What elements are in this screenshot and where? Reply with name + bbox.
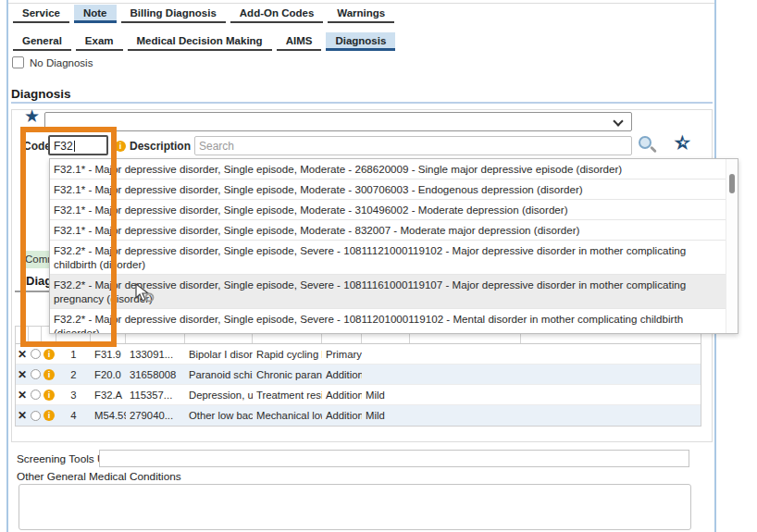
delete-row-icon[interactable]: ✕	[16, 409, 29, 422]
favorites-dropdown[interactable]	[44, 112, 632, 131]
diagnosis-type: Primary	[322, 349, 362, 360]
dropdown-scrollbar[interactable]	[726, 159, 738, 333]
code-input[interactable]: F32	[48, 135, 108, 155]
delete-row-icon[interactable]: ✕	[16, 368, 29, 381]
table-row: ✕ i 3 F32.A 115357... Depression, unspec…	[16, 385, 701, 405]
tab-medical-decision-making[interactable]: Medical Decision Making	[128, 32, 272, 51]
diagnosis-description: Paranoid schizophr...	[185, 369, 253, 380]
row-number: 2	[56, 369, 91, 380]
other-conditions-label: Other General Medical Conditions	[17, 470, 181, 483]
snomed-code: 31658008	[126, 369, 185, 380]
row-info-icon: i	[43, 369, 55, 380]
delete-row-icon[interactable]: ✕	[16, 389, 29, 402]
tab-warnings[interactable]: Warnings	[328, 5, 394, 23]
no-diagnosis-checkbox[interactable]	[12, 56, 24, 68]
icd-code: F20.0	[91, 369, 126, 380]
code-label: Code	[23, 140, 51, 153]
snomed-description: Treatment resistan...	[253, 390, 322, 401]
chevron-down-icon	[613, 116, 623, 126]
row-radio-button[interactable]	[31, 390, 41, 400]
tab-service[interactable]: Service	[13, 5, 69, 23]
ehr-note-diagnosis-screen: Service Note Billing Diagnosis Add-On Co…	[0, 0, 757, 532]
snomed-description: Rapid cycling bipol...	[253, 349, 322, 360]
page-top-border	[6, 3, 715, 4]
snomed-code: 133091...	[126, 349, 185, 360]
diagnosis-description: Bipolar I disorder, ...	[185, 349, 253, 360]
diagnosis-severity: Mild	[362, 410, 410, 421]
diagnosis-type: Additional	[322, 410, 362, 421]
favorites-star-icon[interactable]: ★	[24, 107, 40, 125]
suggestion-item[interactable]: F32.1* - Major depressive disorder, Sing…	[50, 199, 738, 219]
tab-add-on-codes[interactable]: Add-On Codes	[230, 5, 324, 23]
no-diagnosis-label: No Diagnosis	[30, 57, 93, 68]
section-divider	[11, 102, 713, 104]
suggestion-item[interactable]: F32.2* - Major depressive disorder, Sing…	[50, 308, 738, 334]
diagnosis-subsection-title: Diag	[26, 274, 52, 288]
scrollbar-thumb[interactable]	[729, 174, 735, 193]
table-row: ✕ i 1 F31.9 133091... Bipolar I disorder…	[16, 344, 701, 365]
row-number: 3	[56, 390, 91, 401]
code-info-icon: i	[115, 141, 126, 152]
tab-aims[interactable]: AIMS	[277, 32, 322, 51]
diagnosis-description: Other low back pain	[185, 410, 253, 421]
search-icon[interactable]	[639, 136, 659, 156]
tab-billing-diagnosis[interactable]: Billing Diagnosis	[121, 5, 226, 23]
diagnosis-type: Additional	[322, 390, 362, 401]
row-radio-button[interactable]	[31, 411, 41, 421]
tab-general[interactable]: General	[13, 32, 71, 51]
favorite-star-button[interactable]: ★ ★	[673, 132, 695, 155]
diagnosis-type: Additional	[322, 369, 362, 380]
icd-code: F31.9	[91, 349, 126, 360]
table-row: ✕ i 2 F20.0 31658008 Paranoid schizophr.…	[16, 365, 701, 385]
description-label: Description	[130, 140, 191, 153]
row-radio-button[interactable]	[31, 349, 41, 359]
tab-note[interactable]: Note	[74, 5, 117, 23]
suggestion-item[interactable]: F32.1* - Major depressive disorder, Sing…	[50, 219, 738, 240]
screening-tools-input[interactable]	[99, 450, 689, 467]
suggestion-item[interactable]: F32.2* - Major depressive disorder, Sing…	[50, 240, 738, 274]
row-info-icon: i	[43, 390, 55, 401]
snomed-description: Chronic paranoid s...	[253, 369, 322, 380]
table-row: ✕ i 4 M54.59 279040... Other low back pa…	[16, 405, 701, 426]
row-number: 1	[56, 349, 91, 360]
suggestion-item[interactable]: F32.1* - Major depressive disorder, Sing…	[50, 159, 738, 179]
diagnosis-suggestion-dropdown: F32.1* - Major depressive disorder, Sing…	[49, 158, 738, 334]
text-caret	[74, 141, 75, 152]
row-number: 4	[56, 410, 91, 421]
page-left-border	[6, 0, 8, 532]
icd-code: M54.59	[91, 410, 126, 421]
no-diagnosis-row: No Diagnosis	[12, 56, 93, 68]
search-handle	[650, 146, 657, 154]
suggestion-item[interactable]: F32.1* - Major depressive disorder, Sing…	[50, 179, 738, 199]
diagnosis-severity: Mild	[362, 390, 410, 401]
delete-row-icon[interactable]: ✕	[16, 348, 29, 361]
suggestion-item-hovered[interactable]: F32.2* - Major depressive disorder, Sing…	[50, 274, 738, 308]
diagnosis-description: Depression, unspec...	[185, 390, 253, 401]
secondary-tab-bar: General Exam Medical Decision Making AIM…	[13, 32, 395, 51]
row-radio-button[interactable]	[31, 369, 41, 379]
row-info-icon: i	[43, 349, 55, 360]
icd-code: F32.A	[91, 390, 126, 401]
diagnosis-section-title: Diagnosis	[11, 87, 71, 101]
star-inner-icon: ★	[679, 139, 687, 147]
snomed-code: 279040...	[126, 410, 185, 421]
description-search-input[interactable]	[194, 136, 632, 155]
diagnosis-table: ✕ i 1 F31.9 133091... Bipolar I disorder…	[15, 326, 701, 427]
row-info-icon: i	[43, 410, 55, 421]
tab-exam[interactable]: Exam	[76, 32, 123, 51]
primary-tab-bar: Service Note Billing Diagnosis Add-On Co…	[13, 5, 394, 23]
tab-diagnosis[interactable]: Diagnosis	[326, 32, 395, 51]
other-conditions-textarea[interactable]	[19, 484, 691, 530]
snomed-code: 115357...	[126, 390, 185, 401]
snomed-description: Mechanical low bac...	[253, 410, 322, 421]
